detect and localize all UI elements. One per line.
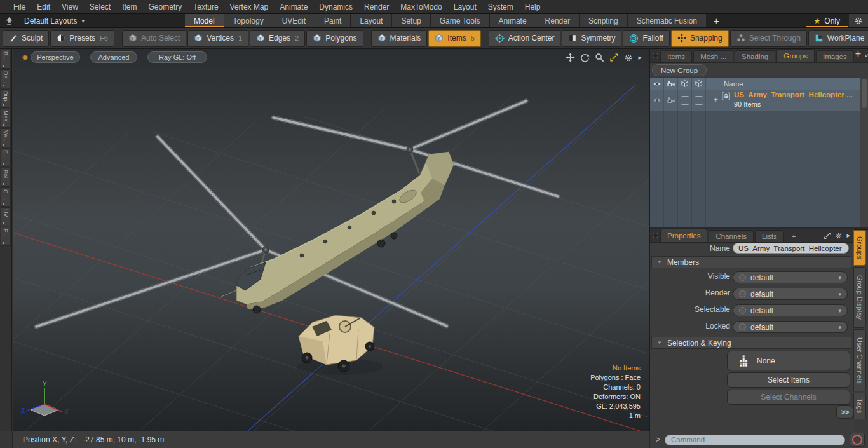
tab-topology[interactable]: Topology <box>224 14 273 27</box>
filter-column-header[interactable] <box>692 78 706 90</box>
tab-animate[interactable]: Animate <box>490 14 536 27</box>
tab-items[interactable]: Items <box>660 50 692 62</box>
workplane-button[interactable]: WorkPlane <box>808 30 868 47</box>
gear-icon[interactable] <box>835 232 843 240</box>
tool-tab-deform[interactable]: De... <box>1 69 11 88</box>
command-input[interactable] <box>665 435 845 445</box>
side-tab-user-channels[interactable]: User Channels <box>853 329 866 391</box>
tab-model[interactable]: Model <box>185 14 224 27</box>
tab-layout[interactable]: Layout <box>351 14 392 27</box>
keying-none-button[interactable]: None <box>727 351 850 370</box>
menu-layout[interactable]: Layout <box>448 0 482 14</box>
expand-panel-icon[interactable] <box>824 232 831 240</box>
edges-mode-button[interactable]: Edges2 <box>250 30 305 47</box>
expand-panel-icon[interactable] <box>865 50 868 58</box>
tool-tab-duplicate[interactable]: Dup... <box>1 89 11 108</box>
members-section-header[interactable]: ▼ Members <box>651 256 851 268</box>
viewport-3d[interactable]: Perspective Advanced Ray GL: Off ▸ No It… <box>13 49 649 431</box>
tab-images[interactable]: Images <box>816 50 854 62</box>
menu-dynamics[interactable]: Dynamics <box>313 0 358 14</box>
tab-groups[interactable]: Groups <box>776 49 815 62</box>
menu-help[interactable]: Help <box>519 0 546 14</box>
locked-dropdown[interactable]: default ▾ <box>733 321 848 333</box>
items-mode-button[interactable]: Items5 <box>428 30 480 47</box>
menu-item[interactable]: Item <box>116 0 142 14</box>
new-group-button[interactable]: New Group <box>652 64 707 76</box>
layout-selector[interactable]: Default Layouts ▾ <box>18 14 91 27</box>
tab-uvedit[interactable]: UVEdit <box>273 14 315 27</box>
selectable-dropdown[interactable]: default ▾ <box>733 304 848 316</box>
visibility-column-header[interactable] <box>650 78 664 90</box>
symmetry-button[interactable]: Symmetry <box>562 30 621 47</box>
menu-render[interactable]: Render <box>358 0 395 14</box>
menu-maxtomodo[interactable]: MaxToModo <box>395 0 447 14</box>
side-tab-groups[interactable]: Groups <box>853 230 866 266</box>
tool-tab-uv[interactable]: UV <box>1 207 11 226</box>
maximize-icon[interactable] <box>609 53 619 62</box>
menu-vertex-map[interactable]: Vertex Map <box>224 0 275 14</box>
row-visibility-toggle[interactable] <box>650 90 664 111</box>
tab-render[interactable]: Render <box>536 14 580 27</box>
lock-column-header[interactable] <box>678 78 692 90</box>
tab-schematic-fusion[interactable]: Schematic Fusion <box>628 14 707 27</box>
tab-mesh[interactable]: Mesh ... <box>693 50 733 62</box>
more-button[interactable]: >> <box>836 405 853 419</box>
auto-select-button[interactable]: Auto Select <box>122 30 186 47</box>
tool-tab-falloff[interactable]: F ... <box>1 227 11 246</box>
tool-tab-vertex[interactable]: Ve... <box>1 128 11 147</box>
menu-view[interactable]: View <box>56 0 84 14</box>
raygl-button[interactable]: Ray GL: Off <box>147 51 207 63</box>
view-mode-button[interactable]: Perspective <box>31 51 80 63</box>
viewport-state-dot[interactable] <box>22 55 28 60</box>
selection-keying-section-header[interactable]: ▼ Selection & Keying <box>651 337 851 349</box>
render-column-header[interactable] <box>664 78 678 90</box>
expand-tree-icon[interactable]: + <box>714 95 718 104</box>
flyout-arrow-icon[interactable]: ▸ <box>638 53 642 62</box>
side-tab-group-display[interactable]: Group Display <box>853 267 866 328</box>
tab-properties[interactable]: Properties <box>660 229 707 242</box>
tab-game-tools[interactable]: Game Tools <box>431 14 490 27</box>
group-row-content[interactable]: + US_Army_Transport_Helicopter ... 90 It… <box>706 90 860 111</box>
macro-record-button[interactable] <box>850 433 865 447</box>
pin-layout-button[interactable] <box>0 14 18 27</box>
row-render-toggle[interactable] <box>664 90 678 111</box>
select-through-button[interactable]: Select Through <box>730 30 807 47</box>
select-items-button[interactable]: Select Items <box>727 372 850 388</box>
falloff-button[interactable]: Falloff <box>623 30 669 47</box>
add-tab-button[interactable]: + <box>855 48 861 60</box>
action-center-button[interactable]: Action Center <box>489 30 561 47</box>
orbit-icon[interactable] <box>580 53 590 62</box>
tool-tab-edge[interactable]: E... <box>1 148 11 167</box>
group-row[interactable]: + US_Army_Transport_Helicopter ... 90 It… <box>650 90 860 111</box>
row-checkbox[interactable] <box>678 90 692 111</box>
visible-dropdown[interactable]: default ▾ <box>733 271 848 283</box>
tab-shading[interactable]: Shading <box>735 50 775 62</box>
gear-icon[interactable] <box>624 53 633 62</box>
tab-setup[interactable]: Setup <box>392 14 430 27</box>
presets-button[interactable]: PresetsF6 <box>50 30 114 47</box>
menu-texture[interactable]: Texture <box>187 0 224 14</box>
menu-edit[interactable]: Edit <box>31 0 56 14</box>
panel-menu-icon[interactable]: ▸ <box>846 231 850 240</box>
group-name-input[interactable] <box>733 243 849 254</box>
render-dropdown[interactable]: default ▾ <box>733 288 848 300</box>
tool-tab-basic[interactable]: B... <box>1 50 11 69</box>
tool-tab-mesh[interactable]: Mes... <box>1 109 11 128</box>
layout-gear-button[interactable] <box>848 14 868 27</box>
tab-scripting[interactable]: Scripting <box>580 14 628 27</box>
pan-icon[interactable] <box>566 53 575 62</box>
panel-handle-icon[interactable] <box>653 53 658 58</box>
tool-tab-polygon[interactable]: Pol... <box>1 168 11 187</box>
row-checkbox[interactable] <box>692 90 706 111</box>
group-list-empty-area[interactable] <box>650 111 860 227</box>
tab-lists[interactable]: Lists <box>755 230 784 242</box>
snapping-button[interactable]: Snapping <box>671 30 729 47</box>
menu-select[interactable]: Select <box>84 0 116 14</box>
menu-file[interactable]: File <box>8 0 31 14</box>
tab-paint[interactable]: Paint <box>315 14 351 27</box>
menu-system[interactable]: System <box>482 0 519 14</box>
shading-mode-button[interactable]: Advanced <box>90 51 137 63</box>
side-tab-tags[interactable]: Tags <box>853 393 866 419</box>
vertices-mode-button[interactable]: Vertices1 <box>187 30 248 47</box>
scrollbar-thumb[interactable] <box>862 79 867 108</box>
